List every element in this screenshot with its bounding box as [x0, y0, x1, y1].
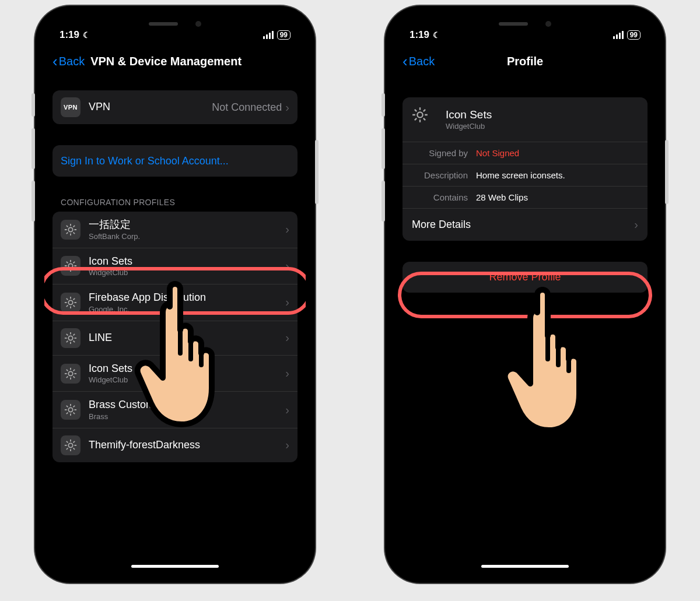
chevron-right-icon: ›	[634, 218, 638, 231]
profile-title: Icon Sets	[446, 108, 638, 122]
nav-bar: ‹ Back Profile	[394, 44, 656, 76]
profile-header: Icon Sets WidgetClub	[402, 97, 648, 142]
chevron-right-icon: ›	[285, 367, 289, 380]
status-time: 1:19	[410, 29, 429, 41]
volume-down	[382, 181, 385, 222]
vpn-icon: VPN	[61, 97, 80, 117]
profile-row[interactable]: 一括設定 SoftBank Corp. ›	[52, 212, 298, 248]
home-indicator[interactable]	[131, 565, 219, 568]
chevron-right-icon: ›	[285, 101, 289, 114]
dnd-moon-icon: ☾	[83, 30, 90, 40]
gear-icon	[61, 364, 80, 384]
phone-left: 1:19 ☾ 99 ‹ Back VPN & Device Management…	[35, 6, 315, 583]
gear-icon	[412, 107, 438, 132]
status-time: 1:19	[60, 29, 79, 41]
more-details-label: More Details	[412, 219, 471, 231]
sign-in-row[interactable]: Sign In to Work or School Account...	[52, 145, 298, 177]
chevron-right-icon: ›	[285, 223, 289, 236]
notch	[117, 15, 233, 33]
profile-row[interactable]: Themify-forestDarkness ›	[52, 428, 298, 462]
chevron-left-icon: ‹	[52, 52, 58, 71]
gear-icon	[61, 435, 80, 455]
contains-row: Contains 28 Web Clips	[402, 187, 648, 209]
power-button	[665, 140, 668, 204]
page-title: VPN & Device Management	[90, 55, 242, 68]
vpn-row[interactable]: VPN VPN Not Connected ›	[52, 90, 298, 124]
signed-by-row: Signed by Not Signed	[402, 142, 648, 164]
power-button	[315, 140, 318, 204]
mute-switch	[382, 93, 385, 117]
nav-bar: ‹ Back VPN & Device Management	[44, 44, 306, 76]
contains-value: 28 Web Clips	[476, 192, 528, 202]
gear-icon	[61, 328, 80, 348]
screen-right: 1:19 ☾ 99 ‹ Back Profile Icon Sets	[394, 15, 656, 574]
cellular-signal-icon	[613, 31, 624, 39]
chevron-left-icon: ‹	[402, 52, 408, 71]
pointer-hand-icon	[488, 283, 604, 435]
more-details-row[interactable]: More Details ›	[402, 209, 648, 241]
volume-down	[32, 181, 35, 222]
battery-level: 99	[277, 30, 290, 40]
section-header: CONFIGURATION PROFILES	[52, 198, 298, 212]
gear-icon	[61, 400, 80, 420]
description-value: Home screen iconsets.	[476, 170, 565, 180]
chevron-right-icon: ›	[285, 296, 289, 309]
pointer-hand-icon	[120, 277, 237, 429]
sign-in-label: Sign In to Work or School Account...	[61, 155, 229, 167]
back-button[interactable]: ‹ Back	[52, 52, 85, 71]
back-label: Back	[59, 55, 85, 68]
gear-icon	[61, 220, 80, 240]
back-button[interactable]: ‹ Back	[402, 52, 435, 71]
battery-level: 99	[627, 30, 640, 40]
chevron-right-icon: ›	[285, 438, 289, 452]
phone-right: 1:19 ☾ 99 ‹ Back Profile Icon Sets	[385, 6, 665, 583]
profile-sub: WidgetClub	[446, 122, 638, 131]
volume-up	[382, 128, 385, 169]
vpn-label: VPN	[89, 101, 212, 114]
notch	[467, 15, 583, 33]
home-indicator[interactable]	[481, 565, 569, 568]
screen-left: 1:19 ☾ 99 ‹ Back VPN & Device Management…	[44, 15, 306, 574]
mute-switch	[32, 93, 35, 117]
vpn-status: Not Connected	[212, 101, 282, 114]
cellular-signal-icon	[263, 31, 274, 39]
description-row: Description Home screen iconsets.	[402, 164, 648, 187]
volume-up	[32, 128, 35, 169]
chevron-right-icon: ›	[285, 259, 289, 273]
chevron-right-icon: ›	[285, 403, 289, 417]
dnd-moon-icon: ☾	[433, 30, 440, 40]
signed-by-value: Not Signed	[476, 148, 519, 158]
back-label: Back	[409, 55, 435, 68]
chevron-right-icon: ›	[285, 331, 289, 345]
gear-icon	[61, 293, 80, 312]
gear-icon	[61, 256, 80, 276]
